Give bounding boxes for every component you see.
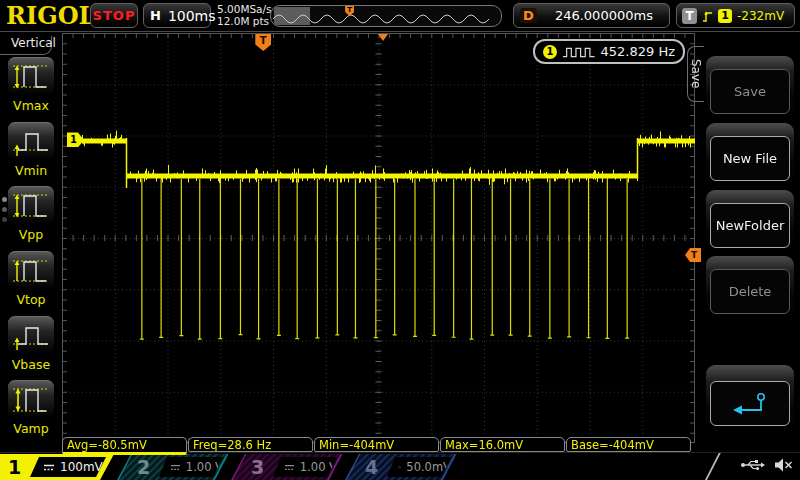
counter-source-badge: 1 bbox=[543, 45, 557, 59]
speaker-muted-icon bbox=[774, 458, 793, 472]
measurement-max[interactable]: Max=16.0mV bbox=[440, 437, 565, 452]
delay-prefix: D bbox=[520, 8, 537, 23]
sample-rate: 5.00MSa/s bbox=[217, 4, 272, 16]
square-wave-icon bbox=[562, 45, 596, 59]
vmin-label: Vmin bbox=[0, 163, 62, 178]
return-arrow-icon bbox=[729, 391, 771, 417]
delay-value: 246.000000ms bbox=[555, 8, 653, 23]
vpp-button[interactable] bbox=[8, 186, 54, 224]
channel3-number: 3 bbox=[251, 455, 264, 479]
channel2-number: 2 bbox=[137, 455, 150, 479]
back-button[interactable] bbox=[710, 381, 790, 426]
vtop-icon bbox=[10, 255, 52, 287]
measurement-min[interactable]: Min=-404mV bbox=[314, 437, 439, 452]
dc-coupling-icon bbox=[43, 463, 55, 472]
channel4-number: 4 bbox=[365, 455, 378, 479]
delay-center-indicator bbox=[378, 34, 388, 41]
dc-coupling-icon bbox=[284, 463, 295, 472]
vbase-button[interactable] bbox=[8, 316, 54, 354]
channel1-badge[interactable]: 1 100mV bbox=[0, 454, 114, 480]
menu-page-indicator bbox=[2, 197, 7, 222]
graticule-area[interactable]: T T 1 1 452.829 Hz Avg=-80.5mV Freq=28.6… bbox=[62, 33, 695, 443]
trigger-readout-box[interactable]: T 1 -232mV bbox=[676, 3, 795, 28]
vbase-label: Vbase bbox=[0, 357, 62, 372]
trigger-source-badge: 1 bbox=[718, 9, 732, 23]
channel1-number: 1 bbox=[8, 455, 21, 479]
statusbar-separator bbox=[705, 453, 721, 480]
run-stop-indicator[interactable]: STOP bbox=[90, 3, 138, 28]
channel-status-bar: 1 100mV 2 1.00 V 3 bbox=[0, 452, 800, 480]
vamp-icon bbox=[10, 384, 52, 416]
delete-button[interactable]: Delete bbox=[710, 269, 790, 314]
channel3-scale-box: 1.00 V bbox=[273, 457, 337, 477]
measure-sidebar: Vertical Vmax bbox=[0, 32, 62, 452]
horizontal-timebase-box[interactable]: H 100ms bbox=[143, 3, 211, 28]
vmax-label: Vmax bbox=[0, 98, 62, 113]
channel1-scale: 100mV bbox=[60, 460, 103, 474]
menu-slot-back bbox=[706, 365, 794, 431]
top-status-bar: RIGOL STOP H 100ms 5.00MSa/s 12.0M pts T… bbox=[0, 0, 800, 32]
vmin-icon bbox=[10, 126, 52, 158]
vpp-icon bbox=[10, 190, 52, 222]
waveform-canvas[interactable] bbox=[62, 33, 695, 443]
sidebar-item-vmax[interactable]: Vmax bbox=[0, 57, 62, 119]
usb-icon bbox=[740, 458, 766, 472]
frequency-counter-box: 1 452.829 Hz bbox=[533, 39, 685, 64]
rising-edge-icon bbox=[702, 8, 713, 24]
vamp-button[interactable] bbox=[8, 380, 54, 418]
menu-slot-new-folder: NewFolder bbox=[706, 190, 794, 252]
menu-slot-new-file: New File bbox=[706, 123, 794, 185]
delay-readout-box: D 246.000000ms bbox=[513, 3, 670, 28]
channel4-scale-box: 50.0mV bbox=[387, 457, 451, 477]
timebase-prefix: H bbox=[150, 8, 161, 23]
vpp-label: Vpp bbox=[0, 227, 62, 242]
run-state-label: STOP bbox=[93, 8, 136, 23]
new-folder-button[interactable]: NewFolder bbox=[710, 203, 790, 248]
menu-slot-save: Save bbox=[706, 56, 794, 118]
vmax-button[interactable] bbox=[8, 57, 54, 95]
trigger-level-value: -232mV bbox=[737, 9, 784, 23]
thumbnail-waveform bbox=[271, 6, 499, 26]
vtop-button[interactable] bbox=[8, 251, 54, 289]
sidebar-item-vtop[interactable]: Vtop bbox=[0, 251, 62, 313]
oscilloscope-screen: RIGOL STOP H 100ms 5.00MSa/s 12.0M pts T… bbox=[0, 0, 800, 480]
menu-slot-delete: Delete bbox=[706, 256, 794, 318]
status-icons bbox=[740, 458, 793, 472]
acquisition-info: 5.00MSa/s 12.0M pts bbox=[217, 4, 272, 27]
vbase-icon bbox=[10, 320, 52, 352]
channel2-badge[interactable]: 2 1.00 V bbox=[117, 454, 229, 480]
softkey-menu: Save Save New File NewFolder Delete bbox=[696, 32, 800, 452]
channel1-scale-box: 100mV bbox=[30, 457, 106, 477]
measurement-bar: Avg=-80.5mV Freq=28.6 Hz Min=-404mV Max=… bbox=[62, 437, 691, 455]
vmin-button[interactable] bbox=[8, 122, 54, 160]
vtop-label: Vtop bbox=[0, 292, 62, 307]
sidebar-item-vamp[interactable]: Vamp bbox=[0, 380, 62, 442]
rigol-logo: RIGOL bbox=[6, 1, 95, 30]
measurement-freq[interactable]: Freq=28.6 Hz bbox=[188, 437, 313, 452]
waveform-overview-thumbnail[interactable]: T bbox=[270, 5, 502, 27]
counter-value: 452.829 Hz bbox=[601, 44, 676, 59]
vamp-label: Vamp bbox=[0, 421, 62, 436]
save-button[interactable]: Save bbox=[710, 69, 790, 114]
menu-tab-save: Save bbox=[687, 46, 704, 102]
timebase-value: 100ms bbox=[168, 8, 216, 24]
sidebar-item-vmin[interactable]: Vmin bbox=[0, 122, 62, 184]
measurement-base[interactable]: Base=-404mV bbox=[566, 437, 691, 452]
channel2-scale-box: 1.00 V bbox=[159, 457, 223, 477]
sidebar-title: Vertical bbox=[0, 36, 52, 55]
trigger-prefix: T bbox=[682, 8, 697, 24]
sidebar-item-vpp[interactable]: Vpp bbox=[0, 186, 62, 248]
new-file-button[interactable]: New File bbox=[710, 136, 790, 181]
sidebar-item-vbase[interactable]: Vbase bbox=[0, 316, 62, 378]
measurement-avg[interactable]: Avg=-80.5mV bbox=[62, 437, 187, 455]
vmax-icon bbox=[10, 61, 52, 93]
channel4-badge[interactable]: 4 50.0mV bbox=[345, 454, 457, 480]
memory-depth: 12.0M pts bbox=[217, 16, 272, 28]
dc-coupling-icon bbox=[398, 463, 401, 472]
dc-coupling-icon bbox=[170, 463, 181, 472]
channel3-badge[interactable]: 3 1.00 V bbox=[231, 454, 343, 480]
